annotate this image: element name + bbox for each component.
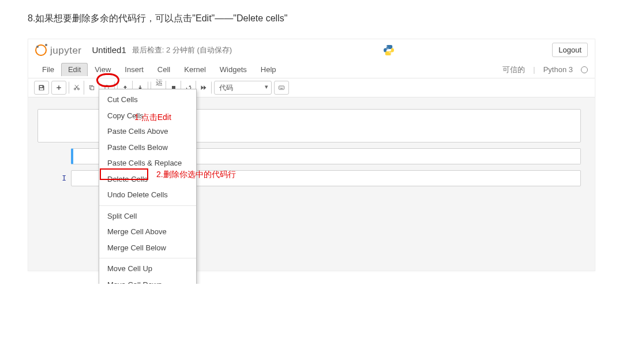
svg-rect-3 <box>91 87 93 90</box>
trusted-indicator[interactable]: 可信的 <box>502 65 525 75</box>
menu-insert[interactable]: Insert <box>118 63 151 76</box>
instruction-text: 8.如果想要删除多余的代码行，可以点击"Edit"——"Delete cells… <box>28 13 595 25</box>
edit-menu-item[interactable]: Merge Cell Above <box>99 224 196 240</box>
edit-menu-item[interactable]: Undo Delete Cells <box>99 187 196 203</box>
edit-menu-item[interactable]: Cut Cells <box>99 92 196 108</box>
python-logo-icon <box>382 44 395 57</box>
copy-icon <box>88 84 95 91</box>
kernel-name[interactable]: Python 3 <box>543 65 573 74</box>
edit-dropdown-menu: Cut CellsCopy CellsPaste Cells AbovePast… <box>99 89 197 284</box>
menu-bar: File Edit View Insert Cell Kernel Widget… <box>28 61 595 78</box>
jupyter-logo-text: jupyter <box>50 43 82 57</box>
plus-icon <box>55 84 62 91</box>
logout-button[interactable]: Logout <box>552 43 588 57</box>
menu-file[interactable]: File <box>35 63 61 76</box>
keyboard-icon <box>278 84 285 91</box>
add-cell-button[interactable] <box>51 81 66 95</box>
vertical-divider: | <box>533 65 535 74</box>
edit-menu-item[interactable]: Copy Cells <box>99 108 196 124</box>
save-icon <box>38 84 45 91</box>
svg-rect-8 <box>279 86 284 89</box>
edit-menu-item[interactable]: Move Cell Up <box>99 261 196 277</box>
jupyter-logo: jupyter <box>35 43 82 57</box>
command-palette-button[interactable] <box>274 81 289 95</box>
menu-edit[interactable]: Edit <box>61 63 88 76</box>
celltype-select[interactable]: 代码 <box>214 81 272 95</box>
jupyter-screenshot: jupyter Untitled1 最后检查: 2 分钟前 (自动保存) Log… <box>28 39 595 271</box>
scissors-icon <box>73 84 80 91</box>
jupyter-logo-icon <box>35 44 47 56</box>
menu-kernel[interactable]: Kernel <box>177 63 213 76</box>
cut-button[interactable] <box>69 81 84 95</box>
edit-menu-item[interactable]: Move Cell Down <box>99 277 196 284</box>
svg-rect-5 <box>106 85 108 87</box>
fast-forward-icon <box>200 84 207 91</box>
edit-menu-item[interactable]: Delete Cells <box>99 171 196 187</box>
edit-menu-item[interactable]: Paste Cells Below <box>99 140 196 156</box>
menu-help[interactable]: Help <box>254 63 283 76</box>
copy-button[interactable] <box>84 81 99 95</box>
menu-cell[interactable]: Cell <box>151 63 177 76</box>
menu-widgets[interactable]: Widgets <box>213 63 254 76</box>
edit-menu-item[interactable]: Merge Cell Below <box>99 240 196 256</box>
menu-view[interactable]: View <box>88 63 118 76</box>
checkpoint-status: 最后检查: 2 分钟前 (自动保存) <box>132 45 232 55</box>
svg-point-0 <box>386 46 387 47</box>
cell-prompt-1 <box>36 148 71 164</box>
edit-menu-item[interactable]: Split Cell <box>99 208 196 224</box>
cell-prompt-2: I <box>36 170 71 186</box>
kernel-status-icon <box>581 66 588 73</box>
edit-menu-item[interactable]: Paste Cells & Replace <box>99 155 196 171</box>
svg-point-1 <box>390 53 391 54</box>
restart-run-all-button[interactable] <box>196 81 211 95</box>
menu-separator <box>99 205 196 206</box>
menu-separator <box>99 258 196 258</box>
save-button[interactable] <box>34 81 49 95</box>
notebook-title[interactable]: Untitled1 <box>92 45 126 55</box>
edit-menu-item[interactable]: Paste Cells Above <box>99 123 196 140</box>
